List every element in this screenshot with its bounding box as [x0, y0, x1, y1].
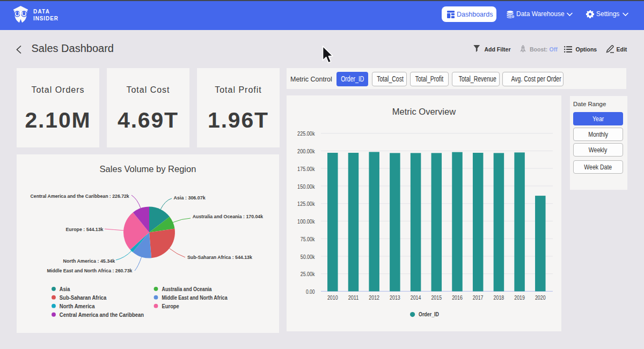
svg-text:225.00k: 225.00k	[297, 130, 315, 137]
svg-text:Asia : 306.07k: Asia : 306.07k	[174, 195, 206, 201]
svg-text:25.00k: 25.00k	[301, 271, 315, 277]
svg-text:North America : 45.34k: North America : 45.34k	[63, 258, 115, 264]
svg-text:2019: 2019	[514, 294, 525, 301]
svg-text:2017: 2017	[473, 294, 484, 301]
svg-text:2020: 2020	[535, 294, 546, 301]
svg-text:2013: 2013	[390, 294, 400, 301]
svg-text:Australia and Oceania : 170.04: Australia and Oceania : 170.04k	[193, 213, 264, 219]
svg-text:Middle East and North Africa: Middle East and North Africa	[162, 294, 228, 301]
svg-text:75.00k: 75.00k	[301, 236, 315, 242]
svg-text:2016: 2016	[452, 294, 463, 301]
svg-text:2012: 2012	[369, 294, 379, 301]
svg-text:0.00: 0.00	[306, 288, 315, 295]
svg-text:2018: 2018	[494, 294, 504, 301]
svg-text:2010: 2010	[327, 294, 338, 301]
svg-text:Europe : 544.13k: Europe : 544.13k	[66, 226, 104, 232]
svg-text:Central America and the Caribb: Central America and the Caribbean	[60, 311, 144, 318]
svg-text:Central America and the Caribb: Central America and the Caribbean : 226.…	[31, 193, 130, 199]
svg-text:Sub-Saharan Africa: Sub-Saharan Africa	[60, 294, 107, 301]
svg-text:Middle East and North Africa :: Middle East and North Africa : 260.73k	[47, 268, 133, 273]
svg-text:175.00k: 175.00k	[297, 166, 315, 172]
svg-text:200.00k: 200.00k	[297, 148, 315, 154]
svg-text:Order_ID: Order_ID	[419, 311, 439, 317]
svg-text:Asia: Asia	[60, 286, 70, 292]
svg-text:2014: 2014	[411, 294, 421, 301]
svg-text:North America: North America	[60, 303, 95, 309]
svg-text:Europe: Europe	[162, 303, 179, 309]
svg-text:Australia and Oceania: Australia and Oceania	[162, 286, 212, 292]
svg-text:150.00k: 150.00k	[297, 183, 315, 190]
svg-text:2015: 2015	[431, 294, 442, 301]
svg-text:Sub-Saharan Africa : 544.13k: Sub-Saharan Africa : 544.13k	[187, 254, 252, 260]
svg-text:50.00k: 50.00k	[301, 254, 315, 260]
svg-text:100.00k: 100.00k	[297, 218, 315, 225]
svg-text:125.00k: 125.00k	[297, 201, 315, 207]
svg-text:2011: 2011	[348, 294, 359, 301]
